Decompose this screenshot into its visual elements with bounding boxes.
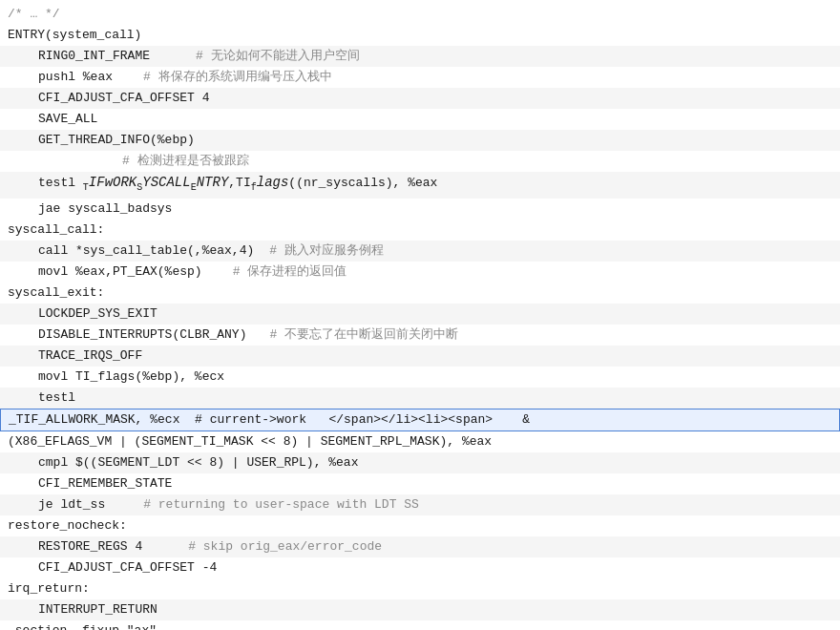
code-text: /* … */ (8, 5, 60, 24)
code-comment: # 跳入对应服务例程 (254, 242, 384, 261)
code-text: testl TIFwORKSYSCALLENTRY,TIflags((nr_sy… (8, 173, 437, 198)
code-text: _TIF_ALLWORK_MASK, %ecx # current->work … (9, 410, 530, 430)
code-line-17: TRACE_IRQS_OFF (0, 346, 840, 367)
code-line-16: DISABLE_INTERRUPTS(CLBR_ANY) # 不要忘了在中断返回… (0, 325, 840, 346)
code-comment: # 无论如何不能进入用户空间 (150, 47, 360, 66)
code-text: RESTORE_REGS 4 (8, 537, 142, 556)
code-text: SAVE_ALL (8, 110, 97, 129)
code-line-25: restore_nocheck: (0, 515, 840, 536)
code-line-13: movl %eax,PT_EAX(%esp) # 保存进程的返回值 (0, 262, 840, 283)
code-text: je ldt_ss (8, 495, 105, 514)
code-line-5: CFI_ADJUST_CFA_OFFSET 4 (0, 88, 840, 109)
code-line-7: GET_THREAD_INFO(%ebp) (0, 130, 840, 151)
code-comment: # 保存进程的返回值 (202, 262, 347, 282)
code-line-23: CFI_REMEMBER_STATE (0, 473, 840, 494)
code-line-15: LOCKDEP_SYS_EXIT (0, 304, 840, 325)
code-text: pushl %eax (8, 68, 113, 87)
code-text: syscall_call: (8, 220, 104, 240)
code-line-19: testl (0, 388, 840, 409)
code-text: LOCKDEP_SYS_EXIT (8, 304, 158, 324)
code-line-12: call *sys_call_table(,%eax,4) # 跳入对应服务例程 (0, 241, 840, 262)
code-editor: /* … */ ENTRY(system_call) RING0_INT_FRA… (0, 0, 840, 630)
code-text: RING0_INT_FRAME (8, 47, 150, 66)
code-line-10: jae syscall_badsys (0, 199, 840, 220)
code-line-20: _TIF_ALLWORK_MASK, %ecx # current->work … (0, 409, 840, 431)
code-line-24: je ldt_ss # returning to user-space with… (0, 494, 840, 515)
code-text: (X86_EFLAGS_VM | (SEGMENT_TI_MASK << 8) … (8, 432, 492, 452)
code-text: CFI_ADJUST_CFA_OFFSET 4 (8, 89, 209, 108)
code-text: jae syscall_badsys (8, 200, 172, 219)
code-text: DISABLE_INTERRUPTS(CLBR_ANY) (8, 326, 246, 345)
code-text: cmpl $((SEGMENT_LDT << 8) | USER_RPL), %… (8, 453, 358, 472)
code-line-28: irq_return: (0, 578, 840, 599)
code-comment: # skip orig_eax/error_code (142, 537, 382, 556)
code-text: CFI_REMEMBER_STATE (8, 474, 172, 494)
code-text: GET_THREAD_INFO(%ebp) (8, 131, 195, 150)
code-line-14: syscall_exit: (0, 283, 840, 304)
code-comment: # 不要忘了在中断返回前关闭中断 (246, 326, 458, 345)
code-text: irq_return: (8, 579, 90, 598)
code-text: syscall_exit: (8, 284, 104, 303)
code-line-21: (X86_EFLAGS_VM | (SEGMENT_TI_MASK << 8) … (0, 431, 840, 452)
code-line-29: INTERRUPT_RETURN (0, 599, 840, 620)
code-text: INTERRUPT_RETURN (8, 600, 158, 620)
code-line-18: movl TI_flags(%ebp), %ecx (0, 367, 840, 388)
code-line-26: RESTORE_REGS 4 # skip orig_eax/error_cod… (0, 536, 840, 557)
code-text: testl (8, 388, 75, 408)
code-line-1: /* … */ (0, 4, 840, 25)
code-line-11: syscall_call: (0, 220, 840, 241)
code-line-27: CFI_ADJUST_CFA_OFFSET -4 (0, 557, 840, 578)
code-line-30: .section .fixup,"ax" (0, 620, 840, 630)
code-line-6: SAVE_ALL (0, 109, 840, 130)
code-comment: # 将保存的系统调用编号压入栈中 (113, 68, 332, 87)
code-line-22: cmpl $((SEGMENT_LDT << 8) | USER_RPL), %… (0, 452, 840, 473)
code-text: .section .fixup,"ax" (8, 621, 157, 630)
code-line-4: pushl %eax # 将保存的系统调用编号压入栈中 (0, 67, 840, 88)
code-comment: # returning to user-space with LDT SS (105, 495, 419, 514)
code-text: CFI_ADJUST_CFA_OFFSET -4 (8, 558, 217, 578)
code-text: movl %eax,PT_EAX(%esp) (8, 262, 202, 282)
code-text: TRACE_IRQS_OFF (8, 346, 142, 366)
code-line-8: # 检测进程是否被跟踪 (0, 151, 840, 172)
code-text: call *sys_call_table(,%eax,4) (8, 242, 254, 261)
code-text: movl TI_flags(%ebp), %ecx (8, 368, 224, 387)
code-text: restore_nocheck: (8, 516, 127, 536)
code-line-3: RING0_INT_FRAME # 无论如何不能进入用户空间 (0, 46, 840, 67)
code-comment: # 检测进程是否被跟踪 (8, 152, 249, 171)
code-line-9: testl TIFwORKSYSCALLENTRY,TIflags((nr_sy… (0, 172, 840, 199)
code-text: ENTRY(system_call) (8, 26, 141, 45)
code-line-2: ENTRY(system_call) (0, 25, 840, 46)
